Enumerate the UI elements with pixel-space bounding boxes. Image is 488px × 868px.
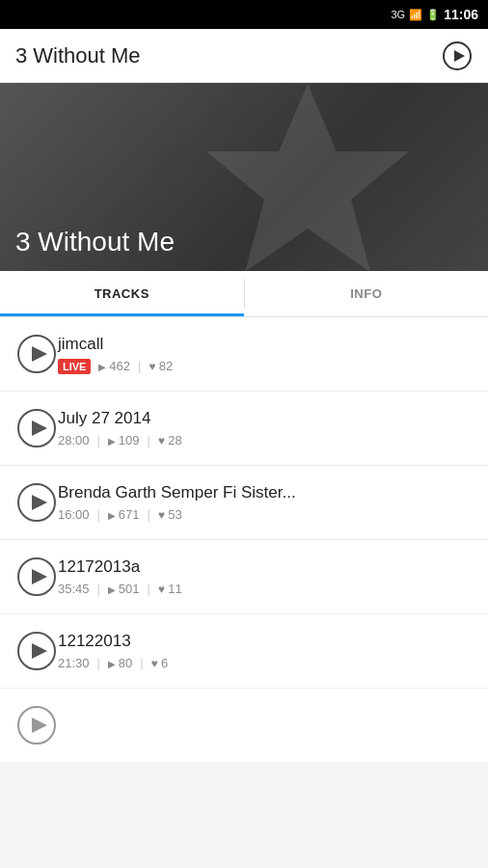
track-meta: LIVE 462 | 82: [58, 359, 473, 374]
signal-icon: 📶: [409, 9, 422, 21]
track-item: jimcall LIVE 462 | 82: [0, 317, 488, 392]
track-title: Brenda Garth Semper Fi Sister...: [58, 483, 473, 502]
hero-banner: 3 Without Me: [0, 83, 488, 271]
track-title: July 27 2014: [58, 409, 473, 428]
track-plays: 462: [98, 359, 129, 373]
track-meta: 21:30 | 80 | 6: [58, 656, 473, 670]
track-duration: 28:00: [58, 433, 90, 448]
track-duration: 21:30: [58, 656, 90, 670]
track-details: Brenda Garth Semper Fi Sister... 16:00 |…: [58, 483, 473, 522]
track-plays: 109: [108, 433, 139, 448]
hero-title: 3 Without Me: [15, 227, 175, 258]
battery-icon: 🔋: [426, 9, 440, 21]
track-duration: 16:00: [58, 507, 90, 522]
track-item: July 27 2014 28:00 | 109 | 28: [0, 392, 488, 466]
track-title: 12172013a: [58, 557, 473, 577]
track-title: 12122013: [58, 632, 473, 651]
tab-info[interactable]: INFO: [245, 271, 489, 316]
tab-tracks[interactable]: TRACKS: [0, 271, 244, 316]
track-item: 12172013a 35:45 | 501 | 11: [0, 540, 488, 614]
tab-bar: TRACKS INFO: [0, 271, 488, 317]
svg-marker-12: [32, 643, 47, 659]
track-details: jimcall LIVE 462 | 82: [58, 335, 473, 374]
track-meta: 28:00 | 109 | 28: [58, 433, 473, 448]
track-play-button[interactable]: [15, 481, 58, 524]
network-indicator: 3G: [392, 9, 406, 20]
track-plays: 80: [108, 656, 132, 670]
track-title: jimcall: [58, 335, 473, 354]
track-details: 12172013a 35:45 | 501 | 11: [58, 557, 473, 596]
track-play-button[interactable]: [15, 556, 58, 598]
header-play-button[interactable]: [442, 41, 473, 71]
live-badge: LIVE: [58, 359, 91, 374]
track-list: jimcall LIVE 462 | 82 July 27 2014 28:00…: [0, 317, 488, 762]
track-likes: 6: [151, 656, 169, 670]
svg-marker-10: [32, 569, 47, 584]
track-play-button[interactable]: [15, 630, 58, 672]
track-play-button[interactable]: [15, 704, 58, 746]
track-details: 12122013 21:30 | 80 | 6: [58, 632, 473, 670]
track-likes: 28: [158, 433, 182, 448]
track-item: 12122013 21:30 | 80 | 6: [0, 614, 488, 689]
svg-marker-2: [206, 84, 409, 272]
track-likes: 11: [158, 582, 182, 596]
status-icons: 3G 📶 🔋 11:06: [392, 7, 479, 22]
track-play-button[interactable]: [15, 407, 58, 449]
app-header: 3 Without Me: [0, 29, 488, 83]
svg-marker-4: [32, 346, 47, 362]
page-title: 3 Without Me: [15, 43, 141, 68]
track-duration: 35:45: [58, 582, 90, 596]
track-meta: 35:45 | 501 | 11: [58, 582, 473, 596]
svg-marker-6: [32, 420, 47, 436]
track-item-partial: [0, 689, 488, 762]
track-meta: 16:00 | 671 | 53: [58, 507, 473, 522]
track-play-button[interactable]: [15, 333, 58, 375]
track-plays: 671: [108, 507, 139, 522]
svg-marker-1: [454, 50, 465, 62]
status-bar: 3G 📶 🔋 11:06: [0, 0, 488, 29]
clock: 11:06: [444, 7, 478, 22]
svg-marker-14: [32, 718, 47, 733]
svg-marker-8: [32, 495, 47, 510]
track-item: Brenda Garth Semper Fi Sister... 16:00 |…: [0, 466, 488, 540]
track-details: July 27 2014 28:00 | 109 | 28: [58, 409, 473, 448]
track-likes: 53: [158, 507, 182, 522]
track-likes: 82: [149, 359, 173, 373]
hero-star-icon: [202, 83, 414, 271]
track-plays: 501: [108, 582, 139, 596]
